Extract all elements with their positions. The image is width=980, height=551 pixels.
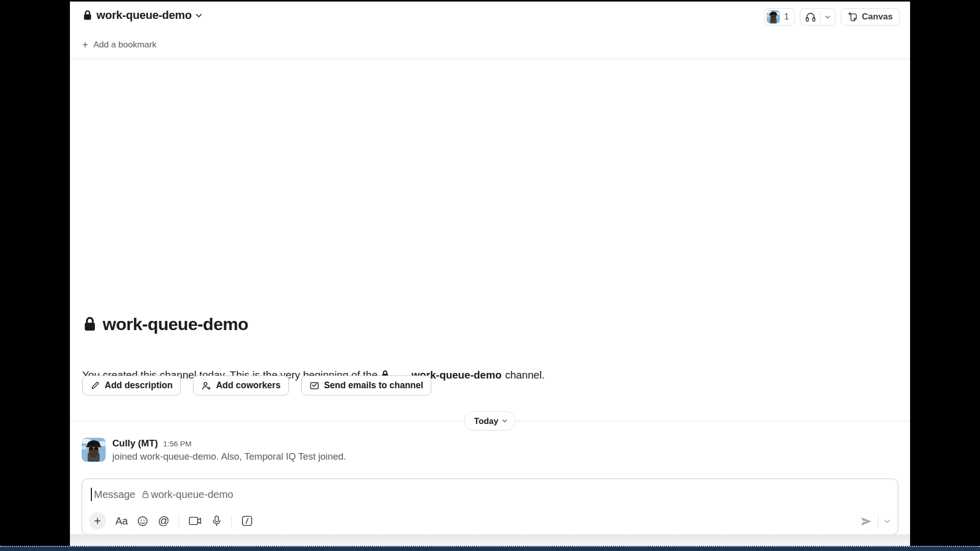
intro-channel-name: work-queue-demo xyxy=(103,314,248,334)
send-divider xyxy=(878,514,878,528)
add-bookmark-button[interactable]: + Add a bookmark xyxy=(82,38,156,52)
intro-desc-suffix: channel. xyxy=(502,369,545,381)
slack-channel-view: work-queue-demo 1 xyxy=(70,2,910,534)
audio-clip-button[interactable] xyxy=(211,515,222,527)
message-avatar[interactable] xyxy=(82,438,106,462)
taskbar-edge xyxy=(0,546,980,551)
toolbar-divider xyxy=(179,515,179,528)
date-label: Today xyxy=(474,416,498,426)
chevron-down-icon xyxy=(195,12,203,19)
date-chevron-icon xyxy=(502,418,508,424)
shortcuts-button[interactable] xyxy=(241,515,253,527)
canvas-button[interactable]: Canvas xyxy=(841,8,900,26)
channel-intro-title: work-queue-demo xyxy=(82,314,248,334)
headphones-icon xyxy=(804,11,817,23)
mention-button[interactable]: @ xyxy=(158,514,169,528)
canvas-icon xyxy=(848,12,859,22)
message-row: Cully (MT) 1:56 PM joined work-queue-dem… xyxy=(82,438,346,462)
window-bottom-strip xyxy=(70,534,910,546)
lock-outline-icon xyxy=(141,490,150,499)
message-author[interactable]: Cully (MT) xyxy=(112,438,158,449)
attach-button[interactable]: + xyxy=(89,512,106,530)
header-divider xyxy=(70,59,910,59)
canvas-label: Canvas xyxy=(862,12,893,22)
composer-toolbar: + Aa @ xyxy=(89,512,253,530)
plus-icon: + xyxy=(94,514,101,528)
screen: work-queue-demo 1 xyxy=(0,0,980,551)
email-icon xyxy=(309,381,320,391)
member-count: 1 xyxy=(785,12,789,21)
send-button[interactable] xyxy=(860,515,873,528)
plus-icon: + xyxy=(82,40,88,50)
channel-header: work-queue-demo 1 xyxy=(70,2,910,31)
pencil-icon xyxy=(90,381,100,390)
member-avatar xyxy=(767,10,780,23)
huddle-divider xyxy=(820,11,821,22)
add-coworkers-button[interactable]: Add coworkers xyxy=(193,375,288,395)
add-description-button[interactable]: Add description xyxy=(82,375,181,395)
message-composer[interactable]: Message work-queue-demo + Aa @ xyxy=(82,479,898,535)
person-add-icon xyxy=(201,381,211,391)
add-description-label: Add description xyxy=(105,380,173,391)
video-clip-button[interactable] xyxy=(188,515,202,527)
huddle-button[interactable] xyxy=(800,8,836,26)
date-divider-button[interactable]: Today xyxy=(464,411,516,431)
message-body: Cully (MT) 1:56 PM joined work-queue-dem… xyxy=(112,438,346,462)
channel-name-button[interactable]: work-queue-demo xyxy=(82,9,203,22)
intro-action-buttons: Add description Add coworkers Send email… xyxy=(82,375,431,395)
channel-title: work-queue-demo xyxy=(96,9,191,22)
message-text: joined work-queue-demo. Also, Temporal I… xyxy=(112,451,346,462)
header-actions: 1 Canvas xyxy=(764,8,900,26)
text-caret xyxy=(91,488,92,501)
send-emails-button[interactable]: Send emails to channel xyxy=(301,375,432,395)
send-controls xyxy=(860,514,891,528)
add-coworkers-label: Add coworkers xyxy=(216,380,280,391)
message-head: Cully (MT) 1:56 PM xyxy=(112,438,346,449)
lock-icon-large xyxy=(82,316,97,333)
members-button[interactable]: 1 xyxy=(764,8,795,26)
composer-placeholder-channel: work-queue-demo xyxy=(151,489,233,500)
huddle-chevron-icon[interactable] xyxy=(824,14,831,20)
add-bookmark-label: Add a bookmark xyxy=(93,40,157,50)
formatting-button[interactable]: Aa xyxy=(115,515,128,527)
lock-icon xyxy=(82,10,93,21)
send-emails-label: Send emails to channel xyxy=(324,380,424,391)
send-options-chevron[interactable] xyxy=(884,518,891,525)
message-input[interactable]: Message work-queue-demo xyxy=(91,488,233,501)
message-timestamp[interactable]: 1:56 PM xyxy=(163,439,191,448)
composer-placeholder-prefix: Message xyxy=(94,489,138,500)
toolbar-divider xyxy=(231,515,232,528)
emoji-button[interactable] xyxy=(137,515,149,527)
